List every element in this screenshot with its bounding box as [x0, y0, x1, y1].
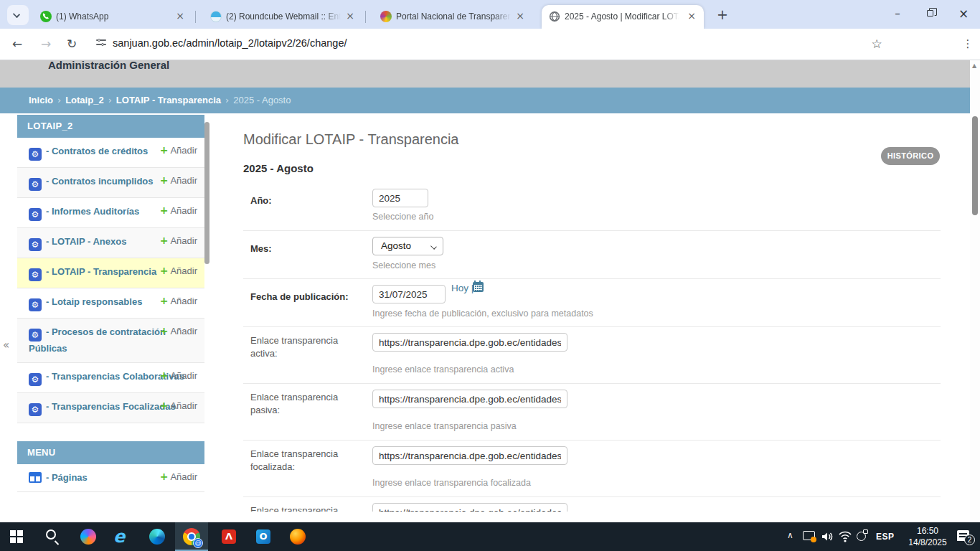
url-bar[interactable]: sanjuan.gob.ec/admin/lotaip_2/lotaipv2/2…	[113, 37, 347, 49]
forward-button[interactable]: →	[37, 36, 55, 53]
vertical-scrollbar-thumb[interactable]	[972, 116, 978, 215]
site-info-icon[interactable]	[96, 38, 106, 47]
anio-input[interactable]	[372, 189, 428, 207]
scroll-up-arrow[interactable]: ▲	[972, 62, 976, 69]
field-help: Ingrese enlace transparencia activa	[372, 364, 514, 375]
plus-icon: +	[160, 265, 169, 276]
add-link[interactable]: +Añadir	[160, 144, 197, 156]
sidebar-item-informes-auditorias[interactable]: ⚙- Informes Auditorías +Añadir	[17, 198, 204, 228]
tab-whatsapp[interactable]: (1) WhatsApp ×	[33, 5, 192, 29]
field-row-enlace-pasiva: Enlace transparencia pasiva: Ingrese enl…	[243, 384, 941, 441]
historico-button[interactable]: HISTÓRICO	[881, 147, 940, 165]
clock[interactable]: 16:50 14/8/2025	[903, 525, 953, 548]
taskbar-firefox-button[interactable]	[281, 522, 314, 551]
tab-roundcube[interactable]: (2) Roundcube Webmail :: Entra ×	[203, 5, 362, 29]
kebab-menu-icon[interactable]: ⋮	[959, 36, 976, 53]
plus-icon: +	[160, 400, 169, 411]
restore-button[interactable]	[914, 0, 947, 27]
hoy-link[interactable]: Hoy |	[451, 283, 473, 293]
tray-time: 16:50	[903, 525, 953, 537]
taskbar-acrobat-button[interactable]: Λ	[212, 522, 245, 551]
close-icon[interactable]: ×	[514, 10, 527, 23]
reload-button[interactable]: ↻	[63, 36, 80, 53]
sidebar-collapse-arrow[interactable]: «	[3, 339, 9, 352]
add-link[interactable]: +Añadir	[160, 295, 197, 306]
field-label: Fecha de publicación:	[250, 291, 358, 303]
volume-icon[interactable]	[820, 529, 834, 544]
add-link[interactable]: +Añadir	[160, 174, 197, 186]
breadcrumb-link[interactable]: Inicio	[29, 95, 53, 105]
portal-icon	[380, 11, 392, 22]
taskbar: e @ Λ O ∧ ESP 16:50 14/8/2025 2	[0, 522, 980, 551]
meet-now-icon[interactable]	[857, 532, 866, 541]
tab-separator	[195, 11, 196, 23]
field-help: Seleccione año	[372, 212, 433, 222]
minimize-button[interactable]: –	[881, 0, 914, 27]
taskbar-edge-button[interactable]	[141, 522, 174, 551]
object-title: 2025 - Agosto	[243, 162, 314, 174]
chevron-down-icon	[430, 243, 437, 250]
breadcrumb-link[interactable]: Lotaip_2	[65, 95, 103, 105]
enlace-focalizada-input[interactable]	[372, 446, 567, 465]
fecha-input[interactable]	[372, 285, 446, 303]
screen: (1) WhatsApp × (2) Roundcube Webmail :: …	[0, 0, 980, 551]
sidebar-scrollbar-thumb[interactable]	[204, 122, 209, 264]
sidebar-item-contratos-incumplidos[interactable]: ⚙- Contratos incumplidos +Añadir	[17, 168, 204, 198]
breadcrumb-link[interactable]: LOTAIP - Transparencia	[116, 95, 221, 105]
tray-expand-chevron[interactable]: ∧	[787, 530, 793, 540]
tab-title: Portal Nacional de Transparenc	[396, 11, 511, 22]
taskbar-outlook-button[interactable]: O	[247, 522, 280, 551]
change-form: Modificar LOTAIP - Transparencia HISTÓRI…	[243, 115, 941, 512]
sidebar-item-lotaip-responsables[interactable]: ⚙- Lotaip responsables +Añadir	[17, 288, 204, 319]
tab-active-lotaip[interactable]: 2025 - Agosto | Modificar LOTAI ×	[542, 5, 704, 29]
sidebar-item-contratos-creditos[interactable]: ⚙- Contratos de créditos +Añadir	[17, 138, 204, 168]
start-button[interactable]	[0, 522, 33, 551]
gear-icon: ⚙	[29, 148, 42, 161]
add-link[interactable]: +Añadir	[160, 235, 197, 246]
roundcube-icon	[210, 11, 222, 22]
bookmark-star-icon[interactable]: ☆	[868, 36, 885, 53]
add-link[interactable]: +Añadir	[160, 400, 197, 411]
sidebar-item-paginas[interactable]: - Páginas +Añadir	[17, 464, 204, 492]
back-button[interactable]: ←	[9, 36, 26, 53]
sidebar-item-procesos-contratacion[interactable]: ⚙- Procesos de contratación Públicas +Añ…	[17, 319, 204, 363]
language-indicator[interactable]: ESP	[876, 532, 895, 542]
add-link[interactable]: +Añadir	[160, 471, 197, 482]
gear-icon: ⚙	[29, 298, 42, 311]
field-row-enlace-cut: Enlace transparencia	[243, 497, 941, 512]
globe-icon	[549, 11, 560, 22]
sidebar-item-lotaip-transparencia-selected[interactable]: ⚙- LOTAIP - Transparencia +Añadir	[17, 258, 204, 288]
close-icon[interactable]: ×	[344, 10, 357, 23]
sidebar-item-lotaip-anexos[interactable]: ⚙- LOTAIP - Anexos +Añadir	[17, 228, 204, 258]
plus-icon: +	[160, 471, 169, 482]
taskbar-copilot-button[interactable]	[72, 522, 105, 551]
enlace-activa-input[interactable]	[372, 333, 567, 352]
edge-icon	[149, 529, 165, 545]
add-link[interactable]: +Añadir	[160, 204, 197, 216]
enlace-input[interactable]	[372, 503, 567, 512]
wifi-icon[interactable]	[838, 530, 852, 543]
calendar-icon[interactable]	[473, 282, 484, 292]
close-window-button[interactable]: ×	[947, 0, 980, 27]
gear-icon: ⚙	[29, 208, 42, 221]
mes-select[interactable]: Agosto	[372, 237, 443, 255]
field-help: Ingrese fecha de publicación, exclusivo …	[372, 309, 593, 319]
enlace-pasiva-input[interactable]	[372, 390, 567, 408]
sidebar-item-transparencias-focalizadas[interactable]: ⚙- Transparencias Focalizadas +Añadir	[17, 393, 204, 423]
taskbar-ie-button[interactable]: e	[106, 522, 139, 551]
new-tab-button[interactable]: +	[713, 6, 732, 24]
add-link[interactable]: +Añadir	[160, 265, 197, 276]
vertical-scrollbar[interactable]: ▲	[970, 60, 980, 522]
field-label: Enlace transparencia focalizada:	[250, 448, 358, 474]
taskbar-search-button[interactable]	[36, 522, 69, 551]
taskbar-chrome-button-active[interactable]: @	[175, 522, 208, 551]
close-icon[interactable]: ×	[685, 10, 698, 23]
add-link[interactable]: +Añadir	[160, 369, 197, 381]
close-icon[interactable]: ×	[174, 10, 187, 23]
add-link[interactable]: +Añadir	[160, 325, 197, 336]
tab-search-button[interactable]	[7, 5, 29, 25]
tab-portal[interactable]: Portal Nacional de Transparenc ×	[373, 5, 532, 29]
notification-badge: 2	[964, 534, 975, 545]
field-label: Enlace transparencia	[250, 504, 358, 512]
sidebar-item-transparencias-colaborativas[interactable]: ⚙- Transparencias Colaborativas +Añadir	[17, 363, 204, 393]
